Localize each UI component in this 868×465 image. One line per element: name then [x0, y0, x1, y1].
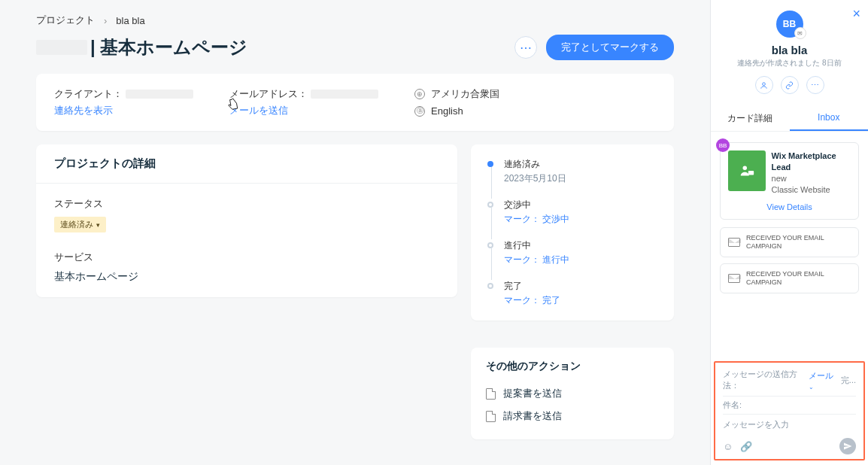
timeline-dot — [487, 161, 493, 167]
timeline-item: 連絡済み 2023年5月10日 — [487, 158, 657, 185]
more-icon[interactable]: ⋯ — [806, 76, 824, 94]
timeline-mark-link[interactable]: マーク： 交渉中 — [504, 213, 569, 226]
email-event-text: RECEIVED YOUR EMAIL CAMPAIGN — [746, 234, 851, 251]
user-icon[interactable] — [755, 76, 773, 94]
title-placeholder — [36, 40, 87, 55]
compose-method-label: メッセージの送信方法： — [723, 369, 806, 391]
compose-done-fragment: 完... — [841, 375, 856, 386]
status-badge[interactable]: 連絡済み ▾ — [54, 217, 106, 232]
action-row[interactable]: 提案書を送信 — [486, 382, 659, 405]
chevron-right-icon: › — [104, 15, 107, 26]
project-details-card: プロジェクトの詳細 ステータス 連絡済み ▾ サービス 基本ホームページ — [36, 144, 457, 297]
email-event-card[interactable]: RECEIVED YOUR EMAIL CAMPAIGN — [720, 263, 859, 293]
breadcrumb-current: bla bla — [116, 15, 144, 26]
side-panel: × BB ✉ bla bla 連絡先が作成されました 8日前 ⋯ カード詳細 I… — [710, 0, 868, 465]
service-label: サービス — [54, 251, 439, 264]
emoji-icon[interactable]: ☺ — [723, 441, 733, 452]
country-row: ⊕ アメリカ合衆国 — [414, 87, 499, 101]
timeline-title: 進行中 — [504, 239, 569, 252]
document-icon — [486, 388, 496, 400]
view-details-link[interactable]: View Details — [728, 202, 851, 211]
document-icon — [486, 411, 496, 422]
close-icon[interactable]: × — [852, 6, 860, 22]
lead-sub2: Classic Website — [772, 184, 851, 196]
svg-point-0 — [763, 82, 766, 85]
page-title: | 基本ホームページ — [36, 35, 247, 59]
avatar-sub-icon: ✉ — [794, 27, 806, 39]
globe-icon: ⊕ — [414, 89, 425, 99]
client-label: クライアント： — [54, 87, 193, 101]
compose-method-dropdown[interactable]: メール ⌄ — [809, 370, 838, 391]
main-content: プロジェクト › bla bla | 基本ホームページ ⋯ 完了としてマークする… — [0, 0, 710, 465]
other-actions-title: その他のアクション — [486, 360, 659, 373]
svg-point-1 — [742, 166, 747, 171]
lead-badge: BB — [716, 138, 730, 152]
email-label: メールアドレス： — [229, 87, 378, 101]
mail-icon — [728, 274, 740, 283]
lead-card: BB Wix Marketplace Lead new Classic Webs… — [720, 142, 859, 220]
lead-sub1: new — [772, 173, 851, 184]
language-row: ⓐ English — [414, 105, 499, 117]
page-title-row: | 基本ホームページ ⋯ 完了としてマークする — [36, 35, 674, 60]
breadcrumb-root[interactable]: プロジェクト — [36, 14, 95, 27]
send-email-link[interactable]: メールを送信 — [229, 104, 378, 117]
timeline-item: 進行中 マーク： 進行中 — [487, 239, 657, 266]
timeline-dot — [487, 202, 493, 208]
breadcrumb: プロジェクト › bla bla — [36, 14, 674, 27]
other-actions-card: その他のアクション 提案書を送信請求書を送信 — [471, 348, 674, 439]
timeline-item: 完了 マーク： 完了 — [487, 280, 657, 307]
compose-area: メッセージの送信方法： メール ⌄ 完... 件名: メッセージを入力 ☺ 🔗 — [714, 361, 865, 460]
action-label: 提案書を送信 — [503, 387, 562, 400]
contact-subtitle: 連絡先が作成されました 8日前 — [720, 58, 859, 68]
link-icon[interactable] — [781, 76, 799, 94]
language-icon: ⓐ — [414, 106, 425, 117]
tab-card-details[interactable]: カード詳細 — [711, 106, 790, 131]
language-value: English — [431, 105, 463, 117]
action-label: 請求書を送信 — [503, 409, 562, 423]
service-value: 基本ホームページ — [54, 270, 439, 284]
view-contact-link[interactable]: 連絡先を表示 — [54, 104, 193, 117]
contact-name: bla bla — [720, 44, 859, 56]
email-event-card[interactable]: RECEIVED YOUR EMAIL CAMPAIGN — [720, 227, 859, 257]
tab-inbox[interactable]: Inbox — [790, 106, 869, 131]
timeline-date: 2023年5月10日 — [504, 172, 566, 185]
send-button[interactable] — [839, 438, 856, 454]
lead-title: Wix Marketplace Lead — [772, 150, 851, 173]
timeline-title: 連絡済み — [504, 158, 566, 171]
attachment-icon[interactable]: 🔗 — [740, 441, 752, 452]
timeline-card: 連絡済み 2023年5月10日 交渉中 マーク： 交渉中 進行中 マーク： 進行… — [471, 144, 674, 321]
mail-icon — [728, 238, 740, 247]
timeline-item: 交渉中 マーク： 交渉中 — [487, 199, 657, 226]
timeline-dot — [487, 283, 493, 289]
timeline-mark-link[interactable]: マーク： 完了 — [504, 294, 560, 307]
details-header: プロジェクトの詳細 — [36, 144, 457, 184]
timeline-dot — [487, 242, 493, 248]
client-info-card: クライアント： 連絡先を表示 メールアドレス： メールを送信 ⊕ アメリカ合衆国… — [36, 74, 674, 131]
country-value: アメリカ合衆国 — [431, 87, 499, 101]
message-input[interactable]: メッセージを入力 — [723, 414, 856, 438]
status-label: ステータス — [54, 197, 439, 211]
chevron-down-icon: ▾ — [96, 221, 100, 229]
mark-done-button[interactable]: 完了としてマークする — [546, 35, 674, 60]
more-button[interactable]: ⋯ — [514, 36, 537, 59]
lead-thumbnail — [728, 150, 766, 191]
action-row[interactable]: 請求書を送信 — [486, 405, 659, 427]
timeline-title: 交渉中 — [504, 199, 569, 211]
timeline-mark-link[interactable]: マーク： 進行中 — [504, 254, 569, 266]
email-event-text: RECEIVED YOUR EMAIL CAMPAIGN — [746, 270, 851, 287]
svg-rect-2 — [748, 171, 754, 175]
subject-input[interactable]: 件名: — [723, 396, 856, 414]
timeline-title: 完了 — [504, 280, 560, 293]
page-title-text: | 基本ホームページ — [90, 35, 247, 59]
